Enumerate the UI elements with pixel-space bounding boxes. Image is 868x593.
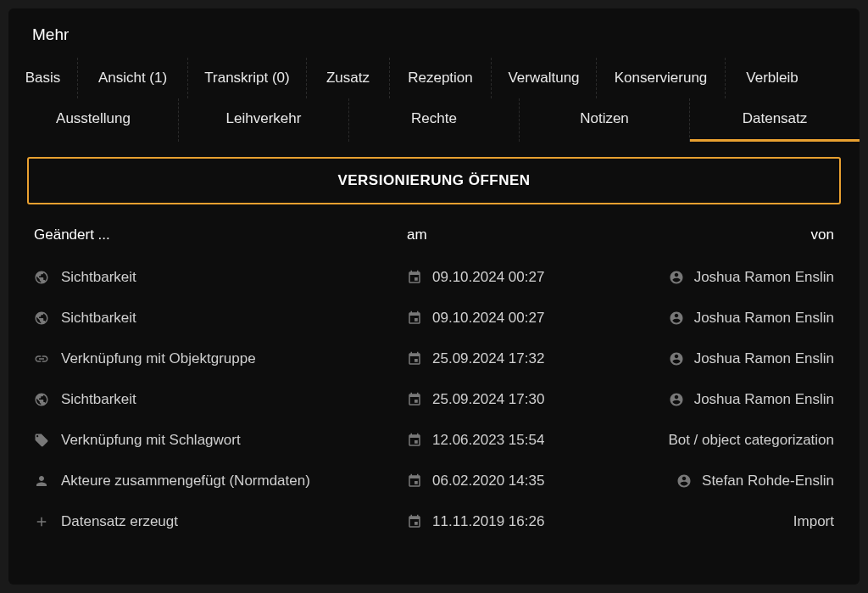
- cell-date: 06.02.2020 14:35: [407, 473, 627, 490]
- tab-verwaltung[interactable]: Verwaltung: [492, 58, 597, 98]
- tab-rechte[interactable]: Rechte: [349, 98, 520, 142]
- table-row: Datensatz erzeugt11.11.2019 16:26Import: [27, 501, 841, 542]
- changed-text: Sichtbarkeit: [61, 391, 136, 408]
- cell-changed: Sichtbarkeit: [34, 391, 407, 408]
- cell-by: Joshua Ramon Enslin: [627, 310, 834, 327]
- tabs-row-2: AusstellungLeihverkehrRechteNotizenDaten…: [8, 98, 860, 142]
- by-text: Joshua Ramon Enslin: [694, 269, 834, 286]
- by-text: Import: [793, 513, 834, 530]
- cell-by: Import: [627, 513, 834, 530]
- tabs-row-1: BasisAnsicht (1)Transkript (0)ZusatzReze…: [8, 58, 860, 98]
- user-icon: [669, 392, 684, 407]
- globe-icon: [34, 270, 49, 285]
- tab-leihverkehr[interactable]: Leihverkehr: [179, 98, 349, 142]
- plus-icon: [34, 514, 49, 529]
- by-text: Bot / object categorization: [668, 432, 834, 449]
- tab-ausstellung[interactable]: Ausstellung: [8, 98, 179, 142]
- user-icon: [676, 473, 692, 489]
- calendar-icon: [407, 392, 422, 407]
- header-changed: Geändert ...: [34, 227, 407, 243]
- cell-by: Joshua Ramon Enslin: [627, 269, 834, 286]
- table-header: Geändert ... am von: [27, 220, 841, 257]
- calendar-icon: [407, 473, 422, 489]
- cell-date: 12.06.2023 15:54: [407, 432, 627, 449]
- table-row: Verknüpfung mit Objektgruppe25.09.2024 1…: [27, 338, 841, 379]
- tab-basis[interactable]: Basis: [8, 58, 78, 98]
- by-text: Joshua Ramon Enslin: [694, 310, 834, 327]
- date-text: 09.10.2024 00:27: [432, 269, 544, 286]
- table-row: Verknüpfung mit Schlagwort12.06.2023 15:…: [27, 420, 841, 461]
- changed-text: Sichtbarkeit: [61, 269, 136, 286]
- tab-transkript-0-[interactable]: Transkript (0): [188, 58, 307, 98]
- header-date: am: [407, 227, 627, 243]
- cell-date: 09.10.2024 00:27: [407, 310, 627, 327]
- open-versioning-button[interactable]: VERSIONIERUNG ÖFFNEN: [27, 157, 841, 204]
- calendar-icon: [407, 514, 422, 529]
- changed-text: Verknüpfung mit Objektgruppe: [61, 350, 256, 367]
- calendar-icon: [407, 351, 422, 366]
- history-table: Geändert ... am von Sichtbarkeit09.10.20…: [27, 220, 841, 542]
- content: VERSIONIERUNG ÖFFNEN Geändert ... am von…: [8, 142, 860, 557]
- cell-changed: Sichtbarkeit: [34, 269, 407, 286]
- date-text: 12.06.2023 15:54: [432, 432, 544, 449]
- calendar-icon: [407, 433, 422, 448]
- tab-notizen[interactable]: Notizen: [520, 98, 690, 142]
- tab-datensatz[interactable]: Datensatz: [690, 98, 860, 142]
- changed-text: Sichtbarkeit: [61, 310, 136, 327]
- cell-date: 25.09.2024 17:32: [407, 350, 627, 367]
- table-row: Akteure zusammengefügt (Normdaten)06.02.…: [27, 461, 841, 501]
- cell-date: 11.11.2019 16:26: [407, 513, 627, 530]
- user-icon: [669, 351, 684, 366]
- cell-changed: Datensatz erzeugt: [34, 513, 407, 530]
- user-icon: [669, 270, 684, 285]
- table-row: Sichtbarkeit25.09.2024 17:30Joshua Ramon…: [27, 379, 841, 420]
- tab-konservierung[interactable]: Konservierung: [597, 58, 726, 98]
- tab-verbleib[interactable]: Verbleib: [726, 58, 819, 98]
- link-icon: [34, 351, 49, 366]
- user-icon: [669, 310, 684, 326]
- cell-date: 25.09.2024 17:30: [407, 391, 627, 408]
- date-text: 25.09.2024 17:30: [432, 391, 544, 408]
- cell-by: Joshua Ramon Enslin: [627, 391, 834, 408]
- tag-icon: [34, 433, 49, 448]
- by-text: Joshua Ramon Enslin: [694, 391, 834, 408]
- cell-by: Bot / object categorization: [627, 432, 834, 449]
- calendar-icon: [407, 310, 422, 326]
- cell-changed: Akteure zusammengefügt (Normdaten): [34, 473, 407, 490]
- date-text: 09.10.2024 00:27: [432, 310, 544, 327]
- changed-text: Datensatz erzeugt: [61, 513, 178, 530]
- cell-by: Joshua Ramon Enslin: [627, 350, 834, 367]
- by-text: Stefan Rohde-Enslin: [702, 473, 834, 490]
- tab-rezeption[interactable]: Rezeption: [390, 58, 492, 98]
- calendar-icon: [407, 270, 422, 285]
- tab-ansicht-1-[interactable]: Ansicht (1): [78, 58, 188, 98]
- table-row: Sichtbarkeit09.10.2024 00:27Joshua Ramon…: [27, 298, 841, 338]
- date-text: 06.02.2020 14:35: [432, 473, 544, 490]
- header-by: von: [627, 227, 834, 243]
- cell-by: Stefan Rohde-Enslin: [627, 473, 834, 490]
- cell-date: 09.10.2024 00:27: [407, 269, 627, 286]
- cell-changed: Verknüpfung mit Schlagwort: [34, 432, 407, 449]
- date-text: 11.11.2019 16:26: [432, 513, 544, 530]
- tab-zusatz[interactable]: Zusatz: [307, 58, 390, 98]
- changed-text: Verknüpfung mit Schlagwort: [61, 432, 241, 449]
- person-icon: [34, 473, 49, 489]
- cell-changed: Sichtbarkeit: [34, 310, 407, 327]
- globe-icon: [34, 392, 49, 407]
- tabs: BasisAnsicht (1)Transkript (0)ZusatzReze…: [8, 58, 860, 142]
- changed-text: Akteure zusammengefügt (Normdaten): [61, 473, 310, 490]
- panel-title: Mehr: [8, 8, 860, 58]
- table-row: Sichtbarkeit09.10.2024 00:27Joshua Ramon…: [27, 257, 841, 298]
- by-text: Joshua Ramon Enslin: [694, 350, 834, 367]
- date-text: 25.09.2024 17:32: [432, 350, 544, 367]
- globe-icon: [34, 310, 49, 326]
- cell-changed: Verknüpfung mit Objektgruppe: [34, 350, 407, 367]
